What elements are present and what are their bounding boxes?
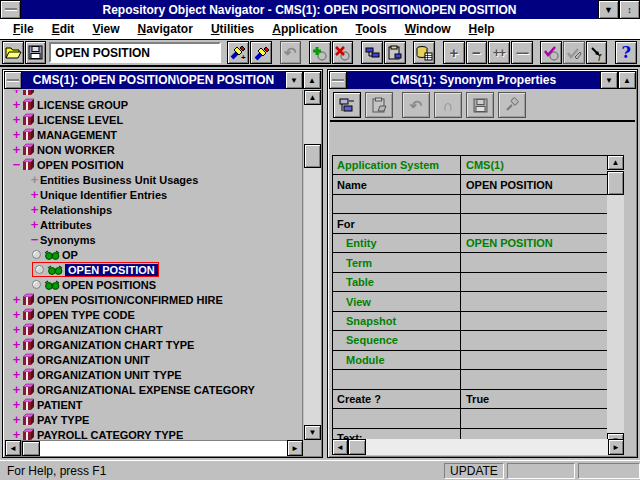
menu-file[interactable]: File bbox=[4, 22, 43, 36]
tree-item-label[interactable]: ORGANIZATION UNIT bbox=[37, 354, 150, 366]
force-delete-button[interactable]: ƒ bbox=[586, 41, 608, 64]
mark-button[interactable] bbox=[540, 41, 562, 64]
tree-item-label[interactable]: PAY TYPE bbox=[37, 414, 89, 426]
tree-item-label[interactable]: Unique Identifier Entries bbox=[40, 189, 167, 201]
save-button[interactable] bbox=[25, 41, 47, 64]
property-value[interactable] bbox=[461, 214, 607, 232]
scrollbar-thumb[interactable] bbox=[22, 441, 40, 456]
scrollbar-thumb[interactable] bbox=[348, 439, 366, 455]
tree-item[interactable]: OPEN POSITION bbox=[5, 262, 302, 277]
property-value[interactable] bbox=[461, 370, 607, 388]
collapse-marker-icon[interactable]: − bbox=[11, 159, 22, 170]
navigator-minimize-button[interactable]: ▼ bbox=[285, 71, 303, 89]
tree-item-label[interactable]: ORGANIZATION CHART TYPE bbox=[37, 339, 194, 351]
property-value[interactable] bbox=[461, 273, 607, 291]
menu-navigator[interactable]: Navigator bbox=[129, 22, 202, 36]
tree-item[interactable]: +ORGANIZATION UNIT TYPE bbox=[5, 367, 302, 382]
property-value[interactable] bbox=[461, 331, 607, 349]
tree-item-label[interactable]: PATIENT bbox=[37, 399, 82, 411]
expand-all-button[interactable]: ++ bbox=[488, 41, 510, 64]
tree-item[interactable]: −OPEN POSITION bbox=[5, 157, 302, 172]
scroll-right-icon[interactable]: ► bbox=[287, 440, 303, 456]
scrollbar-thumb[interactable] bbox=[304, 144, 321, 168]
properties-horizontal-scrollbar[interactable]: ◄ ► bbox=[332, 439, 624, 455]
property-value[interactable] bbox=[461, 409, 607, 427]
create-object-button[interactable] bbox=[309, 41, 331, 64]
property-value[interactable] bbox=[461, 292, 607, 310]
menu-tools[interactable]: Tools bbox=[347, 22, 396, 36]
tree-item[interactable]: +ORGANIZATION UNIT bbox=[5, 352, 302, 367]
tree-item-label[interactable]: OPEN TYPE CODE bbox=[37, 309, 135, 321]
menu-view[interactable]: View bbox=[83, 22, 128, 36]
scrollbar-track[interactable] bbox=[348, 439, 608, 455]
tree-item-label[interactable]: OP bbox=[62, 249, 78, 261]
tree-item[interactable]: +LICENSE GROUP bbox=[5, 97, 302, 112]
menu-utilities[interactable]: Utilities bbox=[202, 22, 263, 36]
tree-item-partial[interactable]: + bbox=[5, 90, 302, 97]
tree-item-label[interactable]: ORGANIZATION UNIT TYPE bbox=[37, 369, 182, 381]
undo-properties-button[interactable]: ↶ bbox=[402, 92, 430, 118]
delete-object-button[interactable] bbox=[332, 41, 354, 64]
menu-window[interactable]: Window bbox=[396, 22, 460, 36]
tree-item[interactable]: +NON WORKER bbox=[5, 142, 302, 157]
help-button[interactable]: ? bbox=[615, 41, 637, 64]
system-menu-button[interactable] bbox=[0, 0, 21, 19]
properties-vertical-scrollbar[interactable]: ▲ ▼ bbox=[607, 155, 624, 448]
navigate-marked-button[interactable]: + bbox=[227, 41, 249, 64]
expand-marker-icon[interactable]: + bbox=[29, 219, 40, 230]
property-value[interactable] bbox=[461, 351, 607, 369]
property-value[interactable]: OPEN POSITION bbox=[461, 234, 607, 252]
tree-item[interactable]: +Entities Business Unit Usages bbox=[5, 172, 302, 187]
tree-item[interactable]: +PAY TYPE bbox=[5, 412, 302, 427]
tree-item[interactable]: −Synonyms bbox=[5, 232, 302, 247]
save-properties-button[interactable] bbox=[466, 92, 494, 118]
tree-item[interactable]: +Attributes bbox=[5, 217, 302, 232]
expand-marker-icon[interactable]: + bbox=[11, 429, 22, 440]
tree-item[interactable]: +MANAGEMENT bbox=[5, 127, 302, 142]
tree-item-label[interactable]: Attributes bbox=[40, 219, 92, 231]
tree-vertical-scrollbar[interactable]: ▲ ▼ bbox=[304, 90, 321, 440]
menu-application[interactable]: Application bbox=[263, 22, 346, 36]
tree-item[interactable]: +PATIENT bbox=[5, 397, 302, 412]
properties-minimize-button[interactable]: ▼ bbox=[600, 71, 618, 89]
tree-item[interactable]: +Unique Identifier Entries bbox=[5, 187, 302, 202]
open-button[interactable] bbox=[2, 41, 24, 64]
version-circle-icon[interactable] bbox=[32, 280, 41, 289]
tree-item-label[interactable]: OPEN POSITION/CONFIRMED HIRE bbox=[37, 294, 223, 306]
union-button[interactable]: ∩ bbox=[434, 92, 462, 118]
expand-marker-icon[interactable]: + bbox=[11, 114, 22, 125]
tree-item-label[interactable]: LICENSE LEVEL bbox=[37, 114, 123, 126]
tree-item[interactable]: +OPEN POSITION/CONFIRMED HIRE bbox=[5, 292, 302, 307]
object-name-field[interactable] bbox=[49, 42, 221, 63]
tree-item[interactable]: +ORGANIZATIONAL EXPENSE CATEGORY bbox=[5, 382, 302, 397]
expand-marker-icon[interactable]: + bbox=[11, 90, 22, 95]
tree-item-label[interactable]: MANAGEMENT bbox=[37, 129, 117, 141]
properties-maximize-button[interactable]: ▲ bbox=[618, 71, 636, 89]
scrollbar-track[interactable] bbox=[21, 440, 287, 456]
scroll-up-icon[interactable]: ▲ bbox=[607, 155, 624, 170]
tree-item[interactable]: OPEN POSITIONS bbox=[5, 277, 302, 292]
tree-item-label[interactable]: OPEN POSITION bbox=[65, 264, 158, 276]
expand-marker-icon[interactable]: + bbox=[11, 99, 22, 110]
restore-button[interactable]: ↕ bbox=[619, 0, 640, 19]
property-value[interactable]: OPEN POSITION bbox=[461, 175, 607, 193]
expand-marker-icon[interactable]: + bbox=[11, 414, 22, 425]
expand-marker-icon[interactable]: + bbox=[11, 354, 22, 365]
menu-help[interactable]: Help bbox=[460, 22, 504, 36]
expand-marker-icon[interactable]: + bbox=[11, 129, 22, 140]
version-circle-icon[interactable] bbox=[32, 250, 41, 259]
tree-item[interactable]: +ORGANIZATION CHART bbox=[5, 322, 302, 337]
expand-marker-icon[interactable]: + bbox=[11, 369, 22, 380]
expand-marker-icon[interactable]: + bbox=[29, 174, 40, 185]
expand-marker-icon[interactable]: + bbox=[11, 324, 22, 335]
navigator-system-menu-button[interactable] bbox=[4, 71, 22, 89]
tree-horizontal-scrollbar[interactable]: ◄ ► bbox=[5, 440, 303, 456]
expand-marker-icon[interactable]: + bbox=[11, 309, 22, 320]
tree-item-label[interactable]: ORGANIZATIONAL EXPENSE CATEGORY bbox=[37, 384, 255, 396]
property-value[interactable]: CMS(1) bbox=[461, 156, 607, 174]
paste-properties-button[interactable] bbox=[365, 92, 393, 118]
undo-button[interactable]: ↶ bbox=[280, 41, 302, 64]
navigator-maximize-button[interactable]: ▲ bbox=[303, 71, 321, 89]
tree-item-label[interactable]: ORGANIZATION CHART bbox=[37, 324, 163, 336]
expand-marker-icon[interactable]: + bbox=[11, 144, 22, 155]
